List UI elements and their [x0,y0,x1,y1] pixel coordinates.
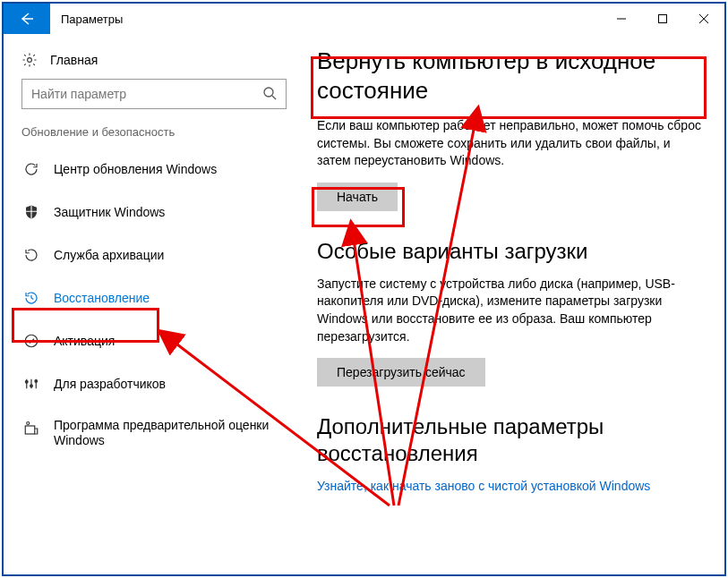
sidebar-item-label: Восстановление [54,291,150,306]
sidebar-item-recovery[interactable]: Восстановление [4,276,304,319]
settings-window: Параметры Главная [2,2,726,576]
reset-start-button[interactable]: Начать [317,183,398,211]
sidebar-home[interactable]: Главная [4,47,304,79]
section-advanced-boot: Особые варианты загрузки Запустите систе… [317,238,703,387]
section-more-recovery: Дополнительные параметры восстановления … [317,413,703,494]
maximize-icon [657,13,668,24]
arrow-left-icon [18,10,36,28]
close-icon [698,13,709,24]
svg-point-6 [35,380,38,383]
maximize-button[interactable] [642,4,683,34]
window-controls [601,4,724,34]
sidebar: Главная Найти параметр Обновление и безо… [4,34,304,574]
content-pane: Вернуть компьютер в исходное состояние Е… [304,34,724,574]
sidebar-item-label: Центр обновления Windows [54,162,217,177]
sidebar-item-label: Служба архивации [54,248,164,263]
sidebar-item-label: Программа предварительной оценки Windows [54,418,287,448]
svg-point-8 [27,422,30,425]
sidebar-item-backup[interactable]: Служба архивации [4,234,304,276]
sidebar-item-label: Активация [54,334,115,349]
svg-point-1 [28,58,32,63]
sidebar-item-insider[interactable]: Программа предварительной оценки Windows [4,405,304,461]
sidebar-group-title: Обновление и безопасность [4,125,304,148]
sliders-icon [21,375,41,393]
more-title: Дополнительные параметры восстановления [317,413,703,467]
sidebar-item-developers[interactable]: Для разработчиков [4,362,304,405]
sidebar-home-label: Главная [50,53,98,67]
history-icon [21,289,41,307]
sidebar-item-label: Защитник Windows [54,205,165,220]
advboot-title: Особые варианты загрузки [317,238,703,265]
svg-point-2 [264,88,273,97]
search-placeholder: Найти параметр [31,87,126,101]
insider-icon [21,420,41,438]
window-title: Параметры [50,4,601,34]
search-input[interactable]: Найти параметр [21,79,287,109]
reset-title: Вернуть компьютер в исходное состояние [317,47,703,105]
svg-rect-7 [25,426,35,434]
sidebar-item-update[interactable]: Центр обновления Windows [4,148,304,191]
fresh-start-link[interactable]: Узнайте, как начать заново с чистой уста… [317,479,650,493]
back-button[interactable] [4,4,50,34]
advboot-description: Запустите систему с устройства либо диск… [317,276,703,345]
minimize-icon [616,13,627,24]
gear-icon [21,52,43,68]
close-button[interactable] [683,4,724,34]
section-reset: Вернуть компьютер в исходное состояние Е… [317,47,703,211]
search-icon [262,86,277,103]
backup-arrow-icon [21,246,41,264]
svg-point-4 [25,380,28,383]
svg-rect-0 [659,15,667,23]
shield-icon [21,203,41,221]
sidebar-item-defender[interactable]: Защитник Windows [4,191,304,234]
sidebar-nav: Центр обновления Windows Защитник Window… [4,148,304,461]
minimize-button[interactable] [601,4,642,34]
sidebar-item-label: Для разработчиков [54,377,166,392]
restart-now-button[interactable]: Перезагрузить сейчас [317,358,485,387]
sync-icon [21,160,41,178]
reset-description: Если ваш компьютер работает неправильно,… [317,117,703,170]
sidebar-item-activation[interactable]: Активация [4,319,304,362]
titlebar: Параметры [4,4,724,34]
svg-point-5 [30,385,33,387]
check-circle-icon [21,332,41,350]
